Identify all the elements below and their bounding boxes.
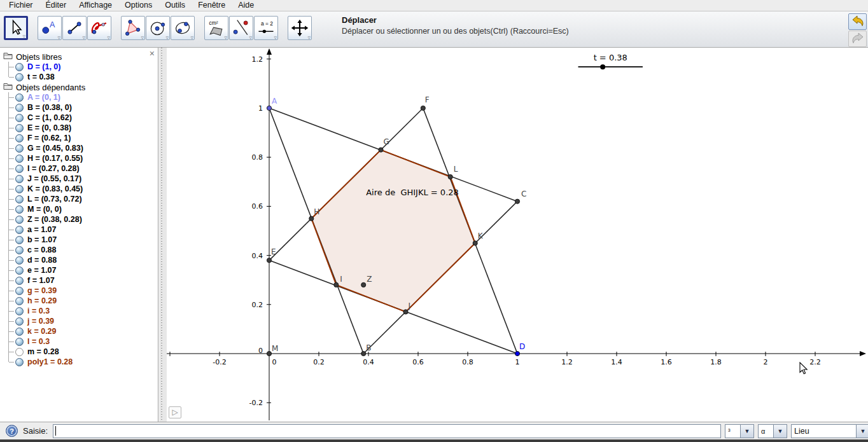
- tool-dropdown-arrow-icon[interactable]: ▿: [274, 35, 277, 41]
- visibility-marble-icon[interactable]: [15, 144, 24, 153]
- visibility-marble-icon[interactable]: [15, 104, 24, 112]
- point-I[interactable]: [334, 282, 339, 287]
- polygon-tool-button[interactable]: ▿: [121, 16, 145, 40]
- visibility-marble-icon[interactable]: [15, 93, 24, 102]
- algebra-item-h[interactable]: H = (0.17, 0.55): [0, 153, 158, 163]
- visibility-marble-icon[interactable]: [15, 155, 24, 163]
- polygon-poly1-fill[interactable]: [311, 150, 475, 312]
- visibility-marble-icon[interactable]: [15, 287, 24, 295]
- panel-splitter[interactable]: [159, 48, 167, 422]
- visibility-marble-icon[interactable]: [15, 165, 24, 173]
- algebra-item-b[interactable]: B = (0.38, 0): [0, 102, 158, 113]
- visibility-marble-icon[interactable]: [15, 205, 24, 214]
- algebra-item-m[interactable]: M = (0, 0): [0, 204, 158, 214]
- visibility-marble-icon[interactable]: [15, 246, 24, 254]
- menu-item-editer[interactable]: Éditer: [39, 0, 73, 11]
- visibility-marble-icon[interactable]: [15, 63, 24, 71]
- visibility-marble-icon[interactable]: [15, 256, 24, 265]
- algebra-item-i[interactable]: I = (0.27, 0.28): [0, 163, 158, 174]
- visibility-marble-icon[interactable]: [15, 185, 24, 193]
- tool-dropdown-arrow-icon[interactable]: ▿: [307, 35, 311, 41]
- menu-item-aide[interactable]: Aide: [232, 0, 260, 11]
- algebra-item-a[interactable]: A = (0, 1): [0, 92, 158, 102]
- slider-t-handle[interactable]: [600, 64, 605, 69]
- algebra-item-i[interactable]: i = 0.3: [0, 306, 158, 316]
- algebra-item-d[interactable]: d = 0.88: [0, 255, 158, 265]
- algebra-item-f[interactable]: f = 1.07: [0, 275, 158, 286]
- algebra-item-j[interactable]: j = 0.39: [0, 316, 158, 326]
- tool-dropdown-arrow-icon[interactable]: ▿: [82, 35, 85, 41]
- point-A[interactable]: [267, 106, 271, 110]
- help-icon[interactable]: ?: [6, 425, 18, 437]
- dropdown-arrow-icon[interactable]: ▼: [856, 424, 868, 438]
- measure-tool-button[interactable]: cm²▿: [204, 16, 228, 40]
- menu-item-options[interactable]: Options: [118, 0, 158, 11]
- visibility-marble-icon[interactable]: [15, 338, 24, 346]
- close-icon[interactable]: ×: [150, 49, 155, 58]
- visibility-marble-icon[interactable]: [15, 134, 24, 142]
- redo-button[interactable]: [848, 31, 867, 47]
- visibility-marble-icon[interactable]: [15, 73, 24, 81]
- algebra-item-poly1[interactable]: poly1 = 0.28: [0, 357, 158, 367]
- reflect-tool-button[interactable]: ▿: [229, 16, 253, 40]
- algebra-item-t[interactable]: t = 0.38: [0, 72, 158, 82]
- algebra-item-z[interactable]: Z = (0.38, 0.28): [0, 214, 158, 224]
- algebra-item-h[interactable]: h = 0.29: [0, 296, 158, 306]
- algebra-item-m[interactable]: m = 0.28: [0, 347, 158, 357]
- algebra-item-g[interactable]: G = (0.45, 0.83): [0, 143, 158, 153]
- point-B[interactable]: [361, 351, 366, 356]
- algebra-item-k[interactable]: k = 0.29: [0, 326, 158, 336]
- tool-dropdown-arrow-icon[interactable]: ▿: [141, 35, 144, 41]
- point-J[interactable]: [403, 310, 408, 314]
- algebra-item-k[interactable]: K = (0.83, 0.45): [0, 184, 158, 194]
- menu-item-fenetre[interactable]: Fenêtre: [192, 0, 232, 11]
- menu-item-fichier[interactable]: Fichier: [3, 0, 39, 11]
- point-F[interactable]: [421, 106, 425, 110]
- algebra-item-c[interactable]: C = (1, 0.62): [0, 113, 158, 123]
- point-G[interactable]: [379, 148, 383, 152]
- point-E[interactable]: [267, 258, 271, 263]
- command-combo[interactable]: Lieu ▼: [791, 424, 868, 438]
- algebra-item-g[interactable]: g = 0.39: [0, 286, 158, 296]
- point-K[interactable]: [473, 241, 477, 245]
- point-H[interactable]: [309, 216, 314, 221]
- move-tool-button[interactable]: ▿: [4, 16, 28, 40]
- point-L[interactable]: [448, 174, 452, 179]
- visibility-marble-icon[interactable]: [15, 328, 24, 336]
- visibility-marble-icon[interactable]: [15, 358, 24, 366]
- visibility-marble-icon[interactable]: [15, 236, 24, 244]
- locus-tool-button[interactable]: ▿: [87, 16, 111, 40]
- algebra-item-a[interactable]: a = 1.07: [0, 224, 158, 235]
- point-D[interactable]: [515, 351, 519, 356]
- greek-combo[interactable]: α ▼: [758, 424, 787, 438]
- point-Z[interactable]: [361, 282, 366, 287]
- circle-tool-button[interactable]: ▿: [146, 16, 170, 40]
- graphics-view[interactable]: -0.200.20.40.60.811.21.41.61.822.2-0.200…: [167, 48, 868, 422]
- visibility-marble-icon[interactable]: [15, 277, 24, 285]
- algebra-section-objets-libres[interactable]: Objets libres: [0, 52, 158, 62]
- visibility-marble-icon[interactable]: [15, 216, 24, 224]
- tool-dropdown-arrow-icon[interactable]: ▿: [57, 35, 60, 41]
- visibility-marble-icon[interactable]: [15, 266, 24, 275]
- algebra-section-objets-dependants[interactable]: Objets dépendants: [0, 82, 158, 92]
- visibility-marble-icon[interactable]: [15, 297, 24, 305]
- visibility-marble-icon[interactable]: [15, 226, 24, 234]
- slider-tool-button[interactable]: a = 2▿: [254, 16, 278, 40]
- menu-item-outils[interactable]: Outils: [158, 0, 192, 11]
- exponent-combo[interactable]: ³ ▼: [725, 424, 754, 438]
- point-tool-button[interactable]: A▿: [38, 16, 62, 40]
- algebra-item-e[interactable]: e = 1.07: [0, 265, 158, 275]
- algebra-item-l[interactable]: L = (0.73, 0.72): [0, 194, 158, 204]
- area-text[interactable]: Aire de GHIJKL = 0.28: [366, 188, 459, 197]
- dropdown-arrow-icon[interactable]: ▼: [740, 424, 754, 438]
- segment-tool-button[interactable]: ▿: [62, 16, 87, 40]
- tool-dropdown-arrow-icon[interactable]: ▿: [22, 34, 25, 39]
- visibility-marble-icon[interactable]: [15, 195, 24, 204]
- conic-tool-button[interactable]: ▿: [171, 16, 195, 40]
- tool-dropdown-arrow-icon[interactable]: ▿: [190, 35, 193, 41]
- algebra-item-e[interactable]: E = (0, 0.38): [0, 123, 158, 133]
- play-button[interactable]: ▷: [169, 406, 181, 418]
- algebra-item-l[interactable]: l = 0.3: [0, 336, 158, 347]
- command-input[interactable]: [53, 424, 721, 438]
- algebra-item-f[interactable]: F = (0.62, 1): [0, 133, 158, 143]
